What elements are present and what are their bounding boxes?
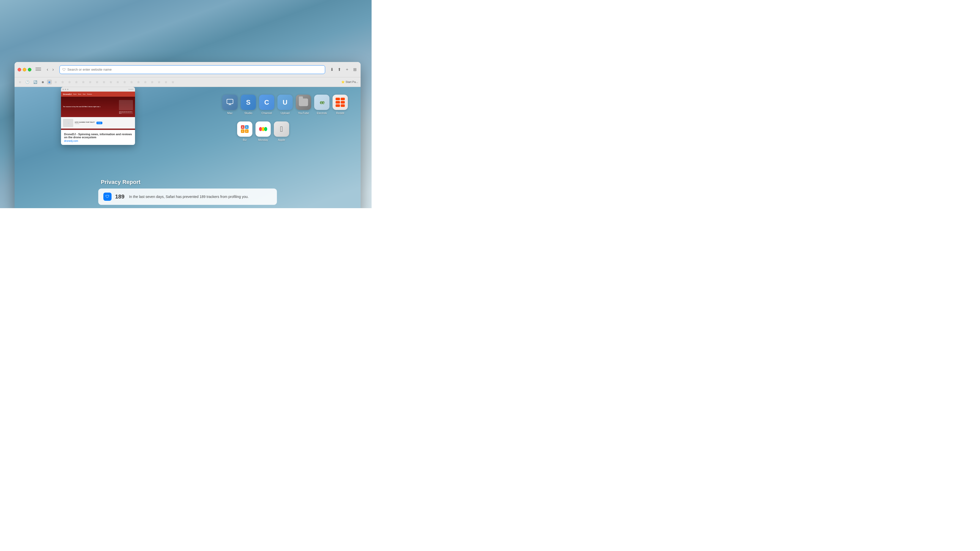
minimize-button[interactable]: [23, 68, 26, 71]
close-button[interactable]: [18, 68, 21, 71]
bookmark-item-11[interactable]: ☆: [94, 80, 100, 84]
browser-content: DroneDJ DroneDJ Home News Gear Reviews T…: [14, 87, 361, 208]
preview-hero-section: Ten reasons to buy the new DJI Mini 2 dr…: [61, 97, 135, 117]
address-bar[interactable]: 🛡: [59, 65, 325, 74]
bookmark-item-13[interactable]: ☆: [108, 80, 114, 84]
bookmark-item-8[interactable]: ☆: [73, 80, 80, 84]
favorite-channel[interactable]: C Channel: [259, 95, 274, 114]
favorite-apple[interactable]:  Apple: [274, 121, 289, 141]
shield-icon: 🛡: [62, 68, 66, 72]
preview-drone-img-1: [119, 100, 133, 110]
svg-rect-0: [227, 99, 233, 103]
favorite-monday[interactable]: Monday: [256, 121, 271, 141]
bookmark-item-16[interactable]: ☆: [129, 80, 135, 84]
back-button[interactable]: ‹: [45, 66, 50, 73]
privacy-report-title: Privacy Report: [98, 179, 277, 186]
bookmark-item-17[interactable]: ☆: [135, 80, 142, 84]
tab-preview-title: DroneDJ - Spinning news, information and…: [64, 133, 132, 139]
electrek-label: Electrek: [317, 111, 327, 114]
bookmark-icon-1: 🕐: [25, 80, 29, 84]
bookmark-item-0[interactable]: ☆: [17, 80, 23, 84]
browser-window: ‹ › 🛡 ⬇ ⬆ ＋ ⊞ ☆ 🕐 🔄 ⏺: [14, 62, 361, 208]
bookmark-item-10[interactable]: ☆: [87, 80, 93, 84]
bookmark-item-14[interactable]: ☆: [115, 80, 121, 84]
preview-shine-image: 🚽: [63, 119, 73, 127]
share-button[interactable]: ⬆: [337, 66, 342, 73]
youtube-label: YouTube: [298, 111, 309, 114]
preview-nav-item-4: Reviews: [87, 94, 92, 95]
bookmark-icon-0: ☆: [19, 80, 21, 84]
bookmark-item-7[interactable]: ☆: [67, 80, 73, 84]
channel-label: Channel: [262, 111, 272, 114]
favorite-youtube[interactable]: YouTube: [296, 95, 311, 114]
tabs-button[interactable]: ⊞: [352, 66, 358, 73]
monday-label: Monday: [258, 138, 268, 141]
toolbar-right: ⬇ ⬆ ＋ ⊞: [329, 66, 358, 73]
favorites-row1: Mac S Studio C Channel U U: [222, 95, 348, 114]
privacy-card: 🛡 189 In the last seven days, Safari has…: [98, 189, 277, 205]
apple-icon: : [274, 121, 289, 137]
maximize-button[interactable]: [28, 68, 32, 71]
tab-preview-info: DroneDJ - Spinning news, information and…: [61, 130, 135, 145]
address-input[interactable]: [67, 68, 322, 71]
title-bar: ‹ › 🛡 ⬇ ⬆ ＋ ⊞: [14, 62, 361, 77]
biz-icon: B B C C: [237, 121, 252, 137]
nav-buttons: ‹ ›: [45, 66, 56, 73]
apple-label: Apple: [278, 138, 285, 141]
reddit-icon: [332, 95, 348, 110]
favorite-reddit[interactable]: Reddit: [332, 95, 348, 114]
downloads-button[interactable]: ⬇: [329, 66, 334, 73]
preview-nav: DroneDJ Home News Gear Reviews: [61, 92, 135, 97]
bookmark-item-1[interactable]: 🕐: [24, 80, 31, 84]
mac-label: Mac: [228, 111, 233, 114]
start-page-link[interactable]: ⭐ Start Pa...: [341, 80, 358, 84]
svg-point-3: [264, 127, 267, 131]
bookmark-item-20[interactable]: ☆: [156, 80, 162, 84]
preview-hero-text: Ten reasons to buy the new DJI Mini 2 dr…: [63, 106, 117, 108]
preview-shine-button[interactable]: SHINE: [97, 122, 102, 124]
preview-shine-section: 🚽 HATE CLEANING YOUR TOILET? So did we. …: [61, 117, 135, 129]
preview-site-content: DroneDJ Home News Gear Reviews Ten reaso…: [61, 92, 135, 130]
bookmark-item-5[interactable]: ☆: [53, 80, 59, 84]
privacy-section: Privacy Report 🛡 189 In the last seven d…: [98, 179, 277, 205]
studio-icon: S: [241, 95, 256, 110]
folder-shape: [299, 98, 308, 106]
favorite-studio[interactable]: S Studio: [241, 95, 256, 114]
bookmark-item-22[interactable]: ☆: [170, 80, 176, 84]
bookmark-item-19[interactable]: ☆: [149, 80, 155, 84]
preview-logo: DroneDJ: [63, 93, 72, 95]
bookmark-item-21[interactable]: ☆: [163, 80, 169, 84]
traffic-lights: [18, 68, 32, 71]
new-tab-button[interactable]: ＋: [344, 66, 350, 73]
studio-label: Studio: [244, 111, 252, 114]
sidebar-toggle-button[interactable]: [35, 68, 41, 72]
channel-icon: C: [259, 95, 274, 110]
bookmark-item-18[interactable]: ☆: [142, 80, 148, 84]
mac-icon: [222, 95, 238, 110]
favorites-row2: B B C C Biz Monday: [237, 121, 289, 141]
bookmark-item-12[interactable]: ☆: [101, 80, 107, 84]
bookmarks-bar: ☆ 🕐 🔄 ⏺ e ☆ ☆ ☆ ☆ ☆ ☆ ☆ ☆ ☆ ☆ ☆ ☆ ☆ ☆ ☆ …: [14, 77, 361, 87]
bookmark-item-6[interactable]: ☆: [60, 80, 65, 84]
bookmark-item-active[interactable]: e: [47, 79, 52, 84]
upload-label: Upload: [281, 111, 290, 114]
preview-shine-tagline: So did we.: [75, 123, 95, 124]
bookmark-item-15[interactable]: ☆: [122, 80, 127, 84]
tab-preview-popup: DroneDJ DroneDJ Home News Gear Reviews T…: [61, 87, 135, 145]
favorite-electrek[interactable]: ee Electrek: [314, 95, 329, 114]
preview-side-text: A Rookie pilot flies both DJI Minis: [119, 111, 133, 114]
preview-nav-item-3: Gear: [83, 94, 86, 95]
bookmark-item-2[interactable]: 🔄: [32, 80, 39, 84]
monday-icon: [256, 121, 271, 137]
bookmark-item-3[interactable]: ⏺: [40, 80, 46, 84]
bookmark-icon-3: ⏺: [41, 80, 45, 84]
forward-button[interactable]: ›: [51, 66, 56, 73]
favorite-biz[interactable]: B B C C Biz: [237, 121, 252, 141]
preview-nav-item-1: Home: [73, 94, 76, 95]
bookmark-item-9[interactable]: ☆: [80, 80, 86, 84]
electrek-icon: ee: [314, 95, 329, 110]
privacy-shield-icon: 🛡: [103, 192, 111, 201]
favorite-mac[interactable]: Mac: [222, 95, 238, 114]
privacy-message: In the last seven days, Safari has preve…: [129, 195, 248, 199]
favorite-upload[interactable]: U Upload: [277, 95, 293, 114]
